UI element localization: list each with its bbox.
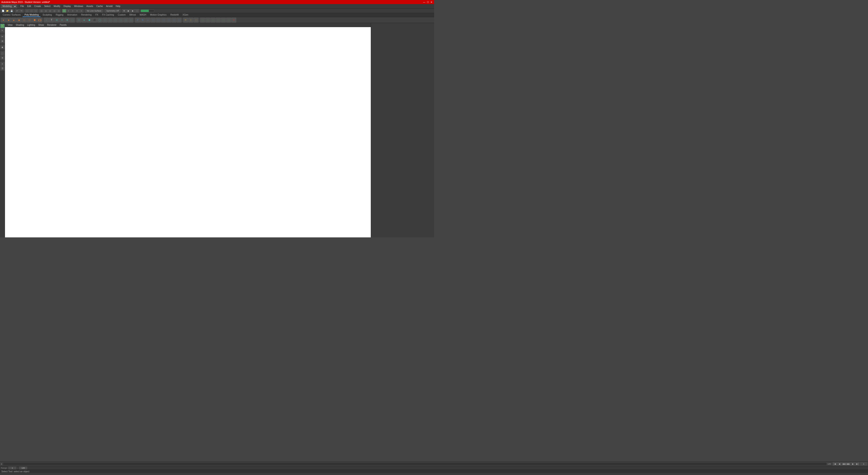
tab-rendering[interactable]: Rendering	[80, 13, 93, 17]
paint-tool-button[interactable]: ✏	[0, 35, 4, 39]
shelf-bevel-btn[interactable]: ◯	[97, 18, 102, 23]
shelf-merge-btn[interactable]: ✚	[65, 18, 70, 23]
shelf-bridge-btn[interactable]: ⬚	[70, 18, 75, 23]
tab-curves-surfaces[interactable]: Curves / Surfaces	[1, 13, 22, 17]
shelf-combine-btn[interactable]: ⊞	[54, 18, 59, 23]
select-tool-button[interactable]: ↖	[0, 24, 4, 28]
paint-select-button[interactable]: ◻	[44, 9, 48, 13]
tab-animation[interactable]: Animation	[65, 13, 79, 17]
ipr-button[interactable]: ▶	[131, 9, 135, 13]
new-scene-button[interactable]: 📄	[1, 9, 5, 13]
shelf-extrude-btn[interactable]: ↕	[44, 18, 49, 23]
shelf-bend-btn[interactable]: ⬚	[172, 18, 176, 23]
vp-menu-view[interactable]: View	[6, 23, 14, 27]
show-manipulator-button[interactable]: ◆	[0, 45, 4, 49]
shelf-disk-btn[interactable]: ⬡	[27, 18, 32, 23]
undo-button[interactable]: ↩	[15, 9, 19, 13]
shelf-smooth-btn[interactable]: ●	[82, 18, 87, 23]
select-by-component-button[interactable]: ⬚	[34, 9, 38, 13]
shelf-triangulate-btn[interactable]: ⬢	[87, 18, 92, 23]
tab-sculpting[interactable]: Sculpting	[41, 13, 54, 17]
menu-windows[interactable]: Windows	[72, 4, 85, 8]
snap-to-view-button[interactable]: ⊹	[75, 9, 79, 13]
shelf-soft-mod-btn[interactable]: ⬚	[151, 18, 156, 23]
snap-to-edge-button[interactable]: ⊹	[80, 9, 84, 13]
vp-menu-lighting[interactable]: Lighting	[26, 23, 36, 27]
tab-bifrost[interactable]: Bifrost	[127, 13, 137, 17]
shelf-move-btn[interactable]: ↗	[135, 18, 140, 23]
shelf-sculpt-btn[interactable]: ⬚	[166, 18, 171, 23]
vp-menu-show[interactable]: Show	[37, 23, 45, 27]
shelf-insert-loop-btn[interactable]: ⬚	[107, 18, 113, 23]
no-live-surface-dropdown[interactable]: No Live Surface	[85, 9, 103, 13]
menu-file[interactable]: File	[19, 4, 25, 8]
tab-fx-caching[interactable]: FX Caching	[100, 13, 116, 17]
snap-to-curve-button[interactable]: ⊹	[66, 9, 70, 13]
select-all-button[interactable]: ◻	[48, 9, 52, 13]
shelf-xray-btn[interactable]: ⬚	[200, 18, 205, 23]
menu-edit[interactable]: Edit	[26, 4, 32, 8]
shelf-rotate-btn[interactable]: ↻	[140, 18, 145, 23]
shelf-sphere-btn[interactable]: ●	[1, 18, 6, 23]
open-scene-button[interactable]: 📁	[5, 9, 9, 13]
shelf-backface-btn[interactable]: ⬚	[205, 18, 210, 23]
shelf-wrap-btn[interactable]: ⬚	[161, 18, 166, 23]
shelf-twist-btn[interactable]: ⬚	[177, 18, 182, 23]
show-render-view-button[interactable]: ⬚	[135, 9, 139, 13]
shelf-target-weld-btn[interactable]: ⬚	[123, 18, 128, 23]
render-settings-button[interactable]: ⚙	[122, 9, 126, 13]
viewport[interactable]	[5, 27, 371, 237]
close-button[interactable]: ✕	[430, 1, 433, 3]
shelf-text-btn[interactable]: T	[49, 18, 54, 23]
view-transform-button[interactable]: ⬚	[0, 51, 4, 55]
shelf-torus-btn[interactable]: ◉	[17, 18, 22, 23]
shelf-platonic-btn[interactable]: ❮❯	[37, 18, 42, 23]
shelf-cone-btn[interactable]: ▲	[11, 18, 16, 23]
lasso-select-button[interactable]: ◻	[39, 9, 43, 13]
select-component-button[interactable]: ↖	[0, 29, 4, 33]
shelf-poke-btn[interactable]: ⬚	[128, 18, 133, 23]
shelf-connect-btn[interactable]: ⬚	[118, 18, 123, 23]
shelf-scale-btn[interactable]: ↔	[145, 18, 150, 23]
redo-button[interactable]: ↪	[20, 9, 24, 13]
shelf-chamfer-btn[interactable]: ⬚	[102, 18, 107, 23]
select-by-object-button[interactable]: ⬚	[29, 9, 33, 13]
display-layer-button[interactable]: ≡	[0, 62, 4, 66]
vp-menu-shading[interactable]: Shading	[14, 23, 26, 27]
menu-cache[interactable]: Cache	[95, 4, 104, 8]
soft-select-button[interactable]: ⊕	[0, 56, 4, 60]
tab-rigging[interactable]: Rigging	[54, 13, 65, 17]
shelf-history-btn[interactable]: ⬚	[226, 18, 231, 23]
shelf-cube-btn[interactable]: ■	[6, 18, 11, 23]
minimize-button[interactable]: —	[423, 1, 426, 3]
maximize-button[interactable]: ☐	[427, 1, 429, 3]
quad-draw-button[interactable]: ⊞	[0, 39, 4, 43]
invert-select-button[interactable]: ◻	[57, 9, 61, 13]
snap-to-point-button[interactable]: ⊹	[71, 9, 75, 13]
tab-custom[interactable]: Custom	[116, 13, 127, 17]
render-button[interactable]: ▶	[126, 9, 130, 13]
tab-xgen[interactable]: XGen	[181, 13, 190, 17]
tab-redshift[interactable]: Redshift	[169, 13, 181, 17]
menu-create[interactable]: Create	[33, 4, 42, 8]
tab-motion-graphics[interactable]: Motion Graphics	[148, 13, 168, 17]
shelf-subdiv-btn[interactable]: ⬡	[76, 18, 82, 23]
tab-fx[interactable]: FX	[94, 13, 100, 17]
menu-display[interactable]: Display	[62, 4, 72, 8]
menu-select[interactable]: Select	[43, 4, 52, 8]
deselect-button[interactable]: ◻	[52, 9, 56, 13]
shelf-close-btn[interactable]: ✕	[231, 18, 236, 23]
menu-arnold[interactable]: Arnold	[105, 4, 114, 8]
save-scene-button[interactable]: 💾	[9, 9, 13, 13]
menu-help[interactable]: Help	[115, 4, 122, 8]
shelf-multi-cut-btn[interactable]: ⬚	[113, 18, 118, 23]
shelf-subdivs-btn[interactable]: ⬚	[221, 18, 226, 23]
shelf-cleanup-btn[interactable]: ⬚	[193, 18, 198, 23]
shelf-plane-btn[interactable]: ◻	[22, 18, 27, 23]
workspace-selector[interactable]: Modeling Rigging Animation	[1, 4, 17, 8]
tab-mash[interactable]: MASH	[138, 13, 148, 17]
anim-layer-button[interactable]: ☰	[0, 66, 4, 70]
tab-poly-modeling[interactable]: Poly Modeling	[23, 13, 40, 17]
vp-menu-renderer[interactable]: Renderer	[46, 23, 58, 27]
shelf-quadrangulate-btn[interactable]: ⬛	[92, 18, 97, 23]
